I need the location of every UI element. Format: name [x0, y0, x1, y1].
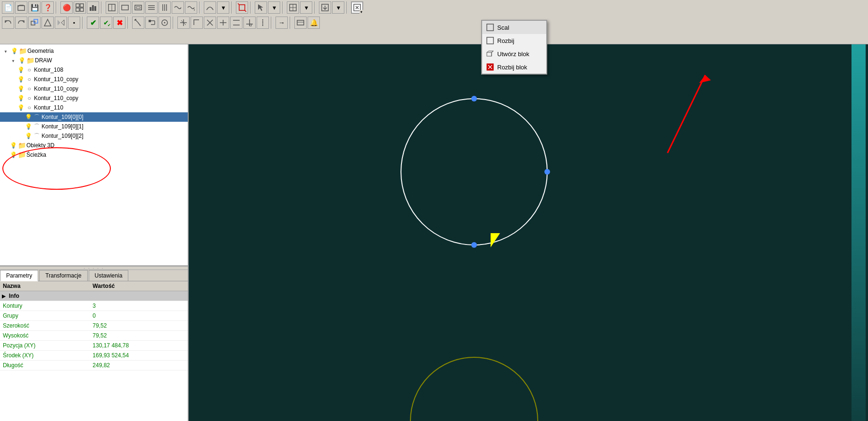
tool-export[interactable] — [319, 1, 331, 14]
tool-dots-h[interactable] — [145, 1, 158, 14]
sym-button[interactable] — [42, 17, 54, 29]
new-button[interactable]: 📄 — [2, 1, 14, 14]
bottom-panel: Parametry Transformacje Ustawienia Nazwa… — [0, 270, 188, 421]
bulb-icon: 💡 — [17, 104, 25, 111]
bulb-icon: 💡 — [17, 94, 25, 102]
tree-item-kontur110-3[interactable]: 💡 Kontur_110_copy — [0, 93, 188, 103]
snap-node-button[interactable] — [145, 17, 158, 29]
snap-parallel-button[interactable] — [230, 17, 242, 29]
context-menu: Scal Rozbij Utwórz blok Rozbij blok — [481, 20, 547, 75]
svg-rect-51 — [189, 44, 868, 421]
dot-button[interactable]: · — [68, 17, 80, 29]
svg-rect-2 — [80, 4, 83, 7]
tree-item-label: Kontur_110 — [34, 104, 63, 111]
left-panel: 💡 📁 Geometria 💡 📁 DRAW 💡 Kontur_108 💡 — [0, 44, 189, 421]
mirror-button[interactable] — [55, 17, 67, 29]
prop-row-kontury: Kontury 3 — [0, 301, 188, 311]
prop-value-wysokosc: 79,52 — [90, 331, 188, 341]
tool-block[interactable] — [287, 1, 299, 14]
tab-transformacje[interactable]: Transformacje — [39, 270, 87, 281]
snap-cursor-button[interactable] — [132, 17, 144, 29]
tree-item-label: Kontur_110_copy — [34, 85, 78, 92]
transform2-button[interactable] — [28, 17, 41, 29]
tree-item-label: Kontur_110_copy — [34, 95, 78, 101]
folder-icon: 📁 — [26, 57, 34, 64]
tool-export-drop[interactable]: ▾ — [332, 1, 344, 14]
svg-line-21 — [245, 10, 246, 12]
snap-tang-button[interactable] — [257, 17, 269, 29]
tree-item-kontur109-1[interactable]: 💡 Kontur_109[0][1] — [0, 122, 188, 131]
circle-icon — [25, 76, 33, 83]
prop-row-pozycja: Pozycja (XY) 130,17 484,78 — [0, 341, 188, 351]
redo-button[interactable] — [15, 17, 27, 29]
more-right-button[interactable]: → — [275, 17, 288, 29]
open-button[interactable] — [15, 1, 27, 14]
grid-button[interactable] — [74, 1, 86, 14]
resize-handle[interactable] — [0, 266, 188, 270]
toolbar-sep-r1 — [82, 17, 85, 29]
save-button[interactable]: 💾 — [28, 1, 41, 14]
tree-item-kontur110-1[interactable]: 💡 Kontur_110_copy — [0, 75, 188, 84]
menu-item-rozbij-blok[interactable]: Rozbij blok — [482, 60, 546, 74]
tree-item-label: Ścieżka — [26, 152, 46, 158]
tree-item-label: DRAW — [35, 57, 52, 64]
tree-item-kontur110-2[interactable]: 💡 Kontur_110_copy — [0, 84, 188, 93]
snap-circle-button[interactable] — [159, 17, 171, 29]
tool-n[interactable] — [106, 1, 118, 14]
toolbar-sep-6 — [282, 1, 285, 14]
bulb-icon: 💡 — [17, 85, 25, 93]
tool-dropdown[interactable] — [185, 1, 197, 14]
tree-item-label: Kontur_110_copy — [34, 76, 78, 83]
tree-item-draw[interactable]: 💡 📁 DRAW — [0, 56, 188, 65]
confirm-green2-button[interactable]: ✔✔ — [100, 17, 112, 29]
menu-item-rozbij[interactable]: Rozbij — [482, 34, 546, 47]
tool-curve-drop[interactable]: ▾ — [217, 1, 229, 14]
tree-item-geometria[interactable]: 💡 📁 Geometria — [0, 46, 188, 56]
bulb-icon: 💡 — [9, 151, 17, 159]
svg-rect-62 — [487, 52, 492, 56]
scale-button[interactable]: ▾ — [351, 1, 363, 14]
curve-icon: ⌒ — [33, 113, 41, 121]
tool-wave[interactable] — [172, 1, 184, 14]
tool-rect[interactable] — [119, 1, 131, 14]
canvas-area[interactable] — [189, 44, 868, 421]
tree-item-kontur110-4[interactable]: 💡 Kontur_110 — [0, 103, 188, 112]
chart-button[interactable] — [87, 1, 99, 14]
edit-view-button[interactable] — [294, 17, 307, 29]
tool-crop[interactable] — [236, 1, 248, 14]
help-button[interactable]: ❓ — [42, 1, 54, 14]
toolbar-sep-r2 — [127, 17, 130, 29]
snap-plus-button[interactable] — [177, 17, 190, 29]
tab-parametry[interactable]: Parametry — [0, 270, 38, 281]
snap-perp-button[interactable] — [243, 17, 256, 29]
cancel-red-button[interactable]: ✖ — [113, 17, 125, 29]
folder-icon: 📁 — [18, 151, 25, 159]
undo-button[interactable] — [2, 17, 14, 29]
menu-icon-scal — [486, 23, 494, 32]
tree-item-kontur108[interactable]: 💡 Kontur_108 — [0, 65, 188, 75]
tool-select-drop[interactable]: ▾ — [268, 1, 280, 14]
snap-mid-button[interactable] — [217, 17, 229, 29]
tool-curve[interactable] — [204, 1, 216, 14]
color-button[interactable]: 🔴 — [60, 1, 73, 14]
snap-corner-button[interactable] — [191, 17, 203, 29]
svg-rect-3 — [76, 8, 79, 11]
tool-lines-v[interactable] — [159, 1, 171, 14]
confirm-green-button[interactable]: ✔ — [87, 17, 99, 29]
tool-select-arrow[interactable] — [255, 1, 267, 14]
svg-marker-31 — [58, 20, 60, 25]
tool-block-drop[interactable]: ▾ — [300, 1, 312, 14]
snap-end-button[interactable] — [204, 17, 216, 29]
prop-name-szerokosc: Szerokość — [0, 321, 90, 331]
tree-item-sciezka[interactable]: 💡 📁 Ścieżka — [0, 150, 188, 160]
menu-item-scal[interactable]: Scal — [482, 21, 546, 34]
bell-button[interactable]: 🔔 — [308, 17, 320, 29]
tool-rect2[interactable] — [132, 1, 144, 14]
tree-item-kontur109-2[interactable]: 💡 Kontur_109[0][2] — [0, 131, 188, 141]
toolbar-sep-5 — [250, 1, 253, 14]
tree-item-kontur109-0[interactable]: 💡 ⌒ Kontur_109[0][0] — [0, 112, 188, 122]
tab-ustawienia[interactable]: Ustawienia — [89, 270, 129, 281]
svg-rect-49 — [297, 20, 304, 25]
tree-item-obiekty3d[interactable]: 💡 📁 Obiekty 3D — [0, 141, 188, 150]
menu-item-utworz-blok[interactable]: Utwórz blok — [482, 47, 546, 60]
